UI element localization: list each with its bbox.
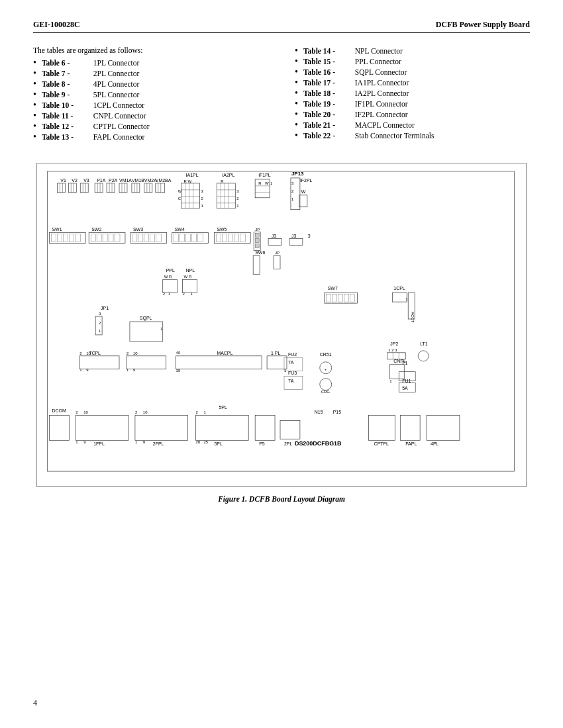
svg-text:R  W: R W xyxy=(184,179,192,183)
list-item: •Table 16 - SQPL Connector xyxy=(295,68,530,77)
page: GEI-100028C DCFB Power Supply Board The … xyxy=(0,0,563,728)
table-ref: Table 20 - xyxy=(303,111,353,118)
table-ref: Table 22 - xyxy=(303,132,353,140)
svg-rect-117 xyxy=(255,239,259,243)
table-ref: Table 13 - xyxy=(42,133,91,141)
list-item: •Table 12 - CPTPL Connector xyxy=(33,122,268,131)
svg-text:FAPL: FAPL xyxy=(405,441,417,446)
svg-text:FU3: FU3 xyxy=(288,371,297,375)
svg-text:LT1: LT1 xyxy=(420,341,428,346)
svg-text:SW1: SW1 xyxy=(52,227,62,232)
svg-text:3: 3 xyxy=(308,234,311,238)
svg-text:4PL: 4PL xyxy=(431,441,439,446)
svg-text:W: W xyxy=(265,181,269,185)
svg-text:JP: JP xyxy=(255,228,260,232)
svg-text:J3: J3 xyxy=(291,234,296,238)
svg-text:N15: N15 xyxy=(315,410,323,414)
bullet: • xyxy=(33,132,36,142)
table-desc: 1PL Connector xyxy=(93,59,140,67)
svg-text:FU2: FU2 xyxy=(288,352,297,357)
svg-text:1FPL: 1FPL xyxy=(93,441,105,446)
list-item: •Table 11 - CNPL Connector xyxy=(33,111,268,120)
board-svg: V1 V2 V3 P1A P2A VM1A xyxy=(37,163,526,486)
bullet: • xyxy=(33,58,36,68)
bullet: • xyxy=(33,111,36,120)
svg-text:2FPL: 2FPL xyxy=(153,441,164,446)
table-desc: 4PL Connector xyxy=(93,80,140,88)
svg-text:MACPL: MACPL xyxy=(217,351,232,355)
doc-title: DCFB Power Supply Board xyxy=(436,20,530,30)
svg-text:DS200DCFBG1B: DS200DCFBG1B xyxy=(295,440,342,447)
svg-text:25: 25 xyxy=(203,440,208,444)
svg-text:+: + xyxy=(325,367,327,371)
table-ref: Table 11 - xyxy=(42,112,91,120)
bullet: • xyxy=(33,90,36,99)
svg-text:SQPL: SQPL xyxy=(140,316,152,321)
svg-text:J3: J3 xyxy=(272,234,276,238)
svg-rect-0 xyxy=(38,163,526,486)
svg-text:CPTPL: CPTPL xyxy=(374,441,389,446)
svg-text:10: 10 xyxy=(86,351,91,355)
svg-text:NPL: NPL xyxy=(186,268,195,273)
bullet: • xyxy=(295,89,298,98)
svg-rect-116 xyxy=(255,234,259,238)
list-item: •Table 8 - 4PL Connector xyxy=(33,79,268,89)
table-desc: IF2PL Connector xyxy=(355,111,408,118)
svg-text:JP: JP xyxy=(275,251,280,255)
svg-text:39: 39 xyxy=(176,369,181,373)
table-desc: IA1PL Connector xyxy=(355,79,409,87)
svg-text:SW7: SW7 xyxy=(328,286,338,291)
svg-text:JP13: JP13 xyxy=(291,171,304,177)
svg-text:CRG: CRG xyxy=(321,390,331,394)
svg-text:C: C xyxy=(178,197,181,201)
right-list: •Table 14 - NPL Connector•Table 15 - PPL… xyxy=(295,46,530,140)
svg-text:P5: P5 xyxy=(259,441,265,446)
doc-number: GEI-100028C xyxy=(33,20,80,30)
table-desc: NPL Connector xyxy=(355,47,403,55)
svg-text:IF2PL: IF2PL xyxy=(300,178,313,183)
table-ref: Table 6 - xyxy=(42,59,91,67)
bullet: • xyxy=(295,131,298,140)
svg-text:DCOM: DCOM xyxy=(52,408,66,413)
svg-text:TCPL: TCPL xyxy=(89,351,101,355)
table-desc: 5PL Connector xyxy=(93,91,140,99)
left-list: •Table 6 - 1PL Connector•Table 7 - 2PL C… xyxy=(33,58,268,142)
svg-rect-118 xyxy=(255,244,259,248)
svg-text:ACCT: ACCT xyxy=(411,312,415,323)
list-item: •Table 19 - IF1PL Connector xyxy=(295,99,530,109)
table-ref: Table 12 - xyxy=(42,122,91,130)
svg-text:R: R xyxy=(221,179,224,183)
page-header: GEI-100028C DCFB Power Supply Board xyxy=(33,20,530,33)
svg-text:P15: P15 xyxy=(333,410,342,414)
bullet: • xyxy=(295,46,298,56)
list-item: •Table 15 - PPL Connector xyxy=(295,57,530,66)
svg-text:10: 10 xyxy=(143,410,148,414)
bullet: • xyxy=(295,57,298,66)
svg-text:IA2PL: IA2PL xyxy=(222,173,234,177)
svg-text:SW6: SW6 xyxy=(255,250,265,255)
svg-text:W: W xyxy=(301,189,306,194)
table-desc: IA2PL Connector xyxy=(355,89,409,97)
list-item: •Table 7 - 2PL Connector xyxy=(33,69,268,78)
bullet: • xyxy=(295,78,298,87)
bullet: • xyxy=(33,101,36,110)
svg-text:10: 10 xyxy=(133,351,138,355)
svg-text:V1: V1 xyxy=(60,178,66,183)
board-diagram: V1 V2 V3 P1A P2A VM1A xyxy=(36,163,527,487)
list-item: •Table 13 - FAPL Connector xyxy=(33,132,268,142)
list-item: •Table 21 - MACPL Connector xyxy=(295,120,530,130)
svg-text:10: 10 xyxy=(83,410,88,414)
bullet: • xyxy=(33,122,36,131)
table-ref: Table 8 - xyxy=(42,80,91,88)
left-table-list: The tables are organized as follows: •Ta… xyxy=(33,46,268,143)
svg-text:VM1B: VM1B xyxy=(132,178,144,183)
svg-text:W: W xyxy=(178,189,182,193)
table-list-container: The tables are organized as follows: •Ta… xyxy=(33,46,530,143)
svg-text:VM2BA: VM2BA xyxy=(156,178,172,183)
bullet: • xyxy=(295,120,298,130)
table-desc: SQPL Connector xyxy=(355,68,407,76)
svg-text:5A: 5A xyxy=(402,386,408,390)
table-ref: Table 7 - xyxy=(42,69,91,77)
svg-text:IF1PL: IF1PL xyxy=(258,173,271,177)
svg-text:R: R xyxy=(258,181,262,185)
